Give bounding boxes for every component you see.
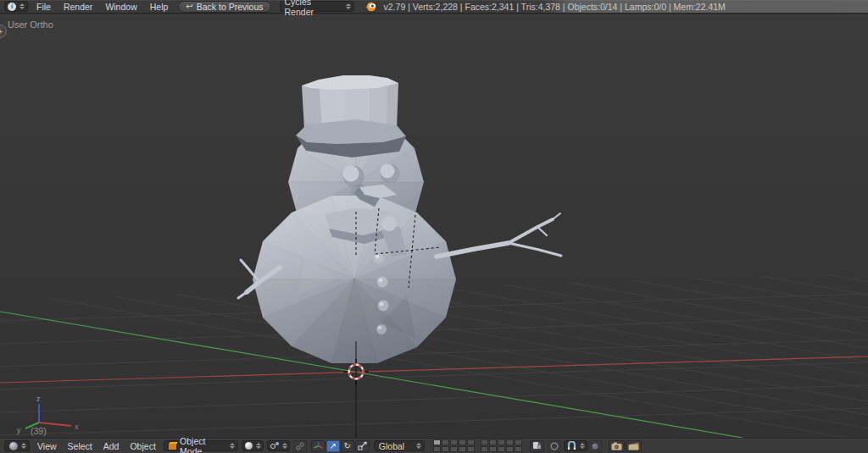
layer-toggle[interactable] xyxy=(481,446,488,452)
translate-manipulator-button[interactable]: ↗ xyxy=(326,440,340,452)
viewport-scene: z x y xyxy=(0,14,868,438)
z-axis-label: z xyxy=(36,395,41,403)
dropdown-arrows-icon xyxy=(282,443,287,449)
snap-element-icon xyxy=(591,442,599,450)
translate-manipulator-icon: ↗ xyxy=(330,442,337,450)
mode-value: Object Mode xyxy=(180,436,226,453)
back-to-previous-label: Back to Previous xyxy=(197,2,264,12)
viewport-shading-dropdown[interactable] xyxy=(242,440,264,451)
dropdown-arrows-icon xyxy=(580,443,585,449)
layer-toggle[interactable] xyxy=(450,446,458,452)
layer-toggle[interactable] xyxy=(459,439,466,445)
dropdown-arrows-icon xyxy=(256,443,261,449)
snap-magnet-icon xyxy=(567,441,576,450)
snap-element-button[interactable] xyxy=(588,440,602,452)
menu-window[interactable]: Window xyxy=(105,2,136,12)
layer-toggle[interactable] xyxy=(450,439,458,445)
layer-toggle[interactable] xyxy=(515,439,522,445)
pivot-point-icon xyxy=(270,442,279,450)
mode-dropdown[interactable]: Object Mode xyxy=(164,440,238,451)
view-name-label: User Ortho xyxy=(8,19,53,30)
layer-toggle[interactable] xyxy=(442,439,449,445)
rotate-manipulator-icon: ↻ xyxy=(344,442,351,450)
blender-logo-icon xyxy=(364,2,377,12)
menu-file[interactable]: File xyxy=(36,2,51,12)
viewport-menubar: View Select Add Object xyxy=(37,441,156,451)
snap-dropdown[interactable] xyxy=(564,440,587,451)
manipulator-axis-button[interactable] xyxy=(311,440,326,452)
dropdown-arrows-icon xyxy=(346,3,351,9)
layer-toggle[interactable] xyxy=(442,446,449,452)
snowman-hat xyxy=(296,75,406,157)
viewport-3d[interactable]: z x y User Ortho + (39) xyxy=(0,14,868,438)
menu-render[interactable]: Render xyxy=(64,2,92,12)
editor-type-selector-3dview[interactable] xyxy=(4,440,30,451)
frame-number-label: (39) xyxy=(31,426,47,436)
menu-add[interactable]: Add xyxy=(103,441,120,451)
layer-toggle[interactable] xyxy=(489,446,497,452)
layer-toggle[interactable] xyxy=(481,439,488,445)
viewport-header: View Select Add Object Object Mode xyxy=(0,438,868,453)
orientation-value: Global xyxy=(379,441,404,451)
layer-toggle[interactable] xyxy=(467,439,475,445)
dropdown-arrows-icon xyxy=(230,443,235,449)
menu-view[interactable]: View xyxy=(37,441,57,451)
render-engine-value: Cycles Render xyxy=(285,0,342,17)
pivot-align-icon xyxy=(296,442,304,450)
viewport-shading-icon xyxy=(245,442,253,450)
proportional-edit-icon xyxy=(550,442,559,450)
manipulator-axis-icon xyxy=(314,441,323,450)
pivot-align-toggle[interactable] xyxy=(293,440,307,452)
layer-toggle[interactable] xyxy=(467,446,475,452)
dropdown-arrows-icon xyxy=(21,443,26,449)
render-animation-button[interactable] xyxy=(626,440,642,452)
object-mode-cube-icon xyxy=(169,442,175,450)
layer-toggle[interactable] xyxy=(433,446,441,452)
layer-toggle[interactable] xyxy=(515,446,522,452)
lock-to-scene-button[interactable] xyxy=(530,440,544,452)
blender-window: i File Render Window Help ↩ Back to Prev… xyxy=(0,0,868,453)
viewport-editor-icon xyxy=(9,442,18,450)
x-axis-label: x xyxy=(75,423,79,431)
info-header: i File Render Window Help ↩ Back to Prev… xyxy=(0,0,868,14)
render-still-button[interactable] xyxy=(609,440,625,452)
layer-toggle[interactable] xyxy=(498,446,505,452)
rotate-manipulator-button[interactable]: ↻ xyxy=(341,440,354,452)
layer-toggle[interactable] xyxy=(506,439,514,445)
layer-toggle[interactable] xyxy=(433,439,441,445)
scale-manipulator-icon xyxy=(358,441,367,450)
layer-toggle[interactable] xyxy=(498,439,505,445)
menu-help[interactable]: Help xyxy=(150,2,169,12)
dropdown-arrows-icon xyxy=(416,443,421,449)
render-engine-dropdown[interactable]: Cycles Render xyxy=(280,1,354,12)
layer-toggle[interactable] xyxy=(459,446,466,452)
layers-group-1 xyxy=(433,439,475,452)
dropdown-arrows-icon xyxy=(19,3,25,9)
axis-gizmo: z x y xyxy=(17,395,79,434)
snowman-model[interactable] xyxy=(238,75,561,363)
render-animation-icon xyxy=(628,442,639,450)
menu-object[interactable]: Object xyxy=(130,441,155,451)
menu-select[interactable]: Select xyxy=(68,441,92,451)
scene-lock-icon xyxy=(532,441,542,450)
editor-type-selector[interactable]: i xyxy=(4,1,28,12)
back-to-previous-button[interactable]: ↩ Back to Previous xyxy=(178,1,270,13)
info-editor-icon: i xyxy=(8,3,16,11)
pivot-point-dropdown[interactable] xyxy=(267,440,290,451)
transform-orientation-dropdown[interactable]: Global xyxy=(374,440,425,451)
y-axis-label: y xyxy=(17,426,21,434)
back-icon: ↩ xyxy=(186,3,192,11)
proportional-edit-button[interactable] xyxy=(548,440,561,452)
scene-stats: v2.79 | Verts:2,228 | Faces:2,341 | Tris… xyxy=(384,2,726,12)
info-menubar: File Render Window Help xyxy=(36,2,168,12)
scale-manipulator-button[interactable] xyxy=(355,440,370,452)
layers-widget xyxy=(433,439,522,452)
layer-toggle[interactable] xyxy=(506,446,514,452)
render-still-icon xyxy=(611,442,622,450)
layers-group-2 xyxy=(481,439,522,452)
layer-toggle[interactable] xyxy=(489,439,497,445)
